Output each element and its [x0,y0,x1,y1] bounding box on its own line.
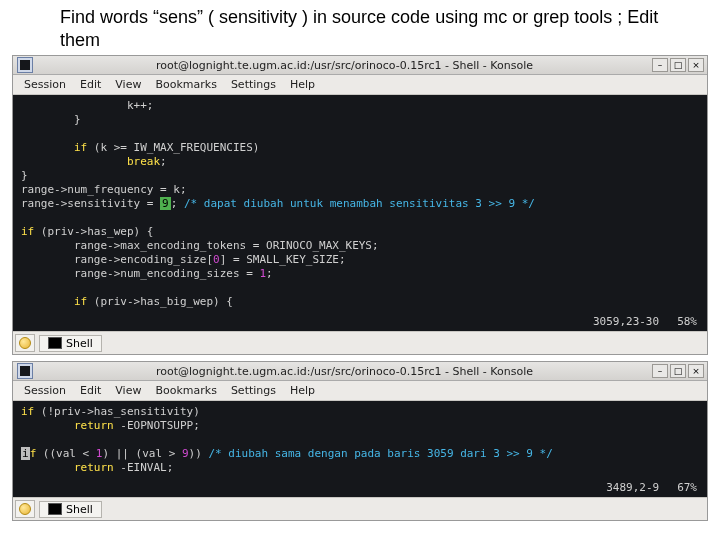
app-icon [17,363,33,379]
terminal-icon [48,337,62,349]
close-button[interactable]: × [688,58,704,72]
menu-settings[interactable]: Settings [226,383,281,398]
smiley-icon [19,337,31,349]
vim-status: 3489,2-9 67% [13,479,707,497]
code-line: } [21,113,81,126]
tab-strip: Shell [13,497,707,520]
code-line: return -EOPNOTSUPP; [21,419,200,432]
cursor: i [21,447,30,460]
window-title: root@lognight.te.ugm.ac.id:/usr/src/orin… [37,365,652,378]
code-line: if (priv->has_big_wep) { [21,295,233,308]
code-line: range->sensitivity = 9; /* dapat diubah … [21,197,535,210]
titlebar[interactable]: root@lognight.te.ugm.ac.id:/usr/src/orin… [13,362,707,381]
tab-label: Shell [66,337,93,350]
code-line: range->encoding_size[0] = SMALL_KEY_SIZE… [21,253,346,266]
konsole-window-top: root@lognight.te.ugm.ac.id:/usr/src/orin… [12,55,708,355]
terminal-icon [48,503,62,515]
menu-edit[interactable]: Edit [75,383,106,398]
window-title: root@lognight.te.ugm.ac.id:/usr/src/orin… [37,59,652,72]
menu-settings[interactable]: Settings [226,77,281,92]
scroll-percent: 58% [677,315,697,328]
menu-edit[interactable]: Edit [75,77,106,92]
cursor: 9 [160,197,171,210]
code-line: if ((val < 1) || (val > 9)) /* diubah sa… [21,447,553,460]
new-tab-button[interactable] [15,334,35,352]
tab-shell[interactable]: Shell [39,335,102,352]
tab-strip: Shell [13,331,707,354]
tab-label: Shell [66,503,93,516]
app-icon [17,57,33,73]
minimize-button[interactable]: – [652,364,668,378]
code-line: if (k >= IW_MAX_FREQUENCIES) [21,141,259,154]
code-line: if (priv->has_wep) { [21,225,153,238]
vim-status: 3059,23-30 58% [13,313,707,331]
code-line: range->max_encoding_tokens = ORINOCO_MAX… [21,239,379,252]
maximize-button[interactable]: □ [670,364,686,378]
code-line: if (!priv->has_sensitivity) [21,405,200,418]
code-line: } [21,169,28,182]
code-line: break; [21,155,167,168]
slide-title: Find words “sens” ( sensitivity ) in sou… [0,0,720,55]
close-button[interactable]: × [688,364,704,378]
code-line: k++; [21,99,153,112]
menu-help[interactable]: Help [285,77,320,92]
menu-bookmarks[interactable]: Bookmarks [150,77,221,92]
menu-view[interactable]: View [110,383,146,398]
minimize-button[interactable]: – [652,58,668,72]
menubar: Session Edit View Bookmarks Settings Hel… [13,75,707,95]
menu-session[interactable]: Session [19,383,71,398]
new-tab-button[interactable] [15,500,35,518]
menu-bookmarks[interactable]: Bookmarks [150,383,221,398]
menu-session[interactable]: Session [19,77,71,92]
titlebar[interactable]: root@lognight.te.ugm.ac.id:/usr/src/orin… [13,56,707,75]
tab-shell[interactable]: Shell [39,501,102,518]
code-line: range->num_encoding_sizes = 1; [21,267,273,280]
cursor-position: 3059,23-30 [593,315,659,328]
scroll-percent: 67% [677,481,697,494]
smiley-icon [19,503,31,515]
menu-help[interactable]: Help [285,383,320,398]
menubar: Session Edit View Bookmarks Settings Hel… [13,381,707,401]
konsole-window-bottom: root@lognight.te.ugm.ac.id:/usr/src/orin… [12,361,708,521]
cursor-position: 3489,2-9 [606,481,659,494]
code-line: range->num_frequency = k; [21,183,187,196]
maximize-button[interactable]: □ [670,58,686,72]
code-line: return -EINVAL; [21,461,173,474]
terminal-viewport[interactable]: k++; } if (k >= IW_MAX_FREQUENCIES) brea… [13,95,707,313]
terminal-viewport[interactable]: if (!priv->has_sensitivity) return -EOPN… [13,401,707,479]
menu-view[interactable]: View [110,77,146,92]
